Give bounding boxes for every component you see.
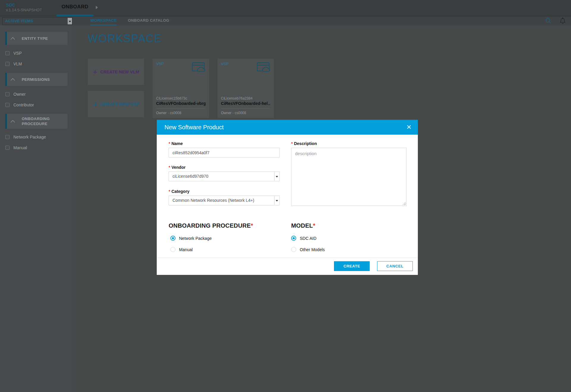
radio-label: SDC AID [300, 236, 316, 241]
category-select[interactable]: Common Network Resources (Network L4+) [169, 196, 280, 205]
card-name: CiResVFOnboarded-vbrg… [156, 101, 206, 106]
card-divider [221, 108, 270, 109]
app-version: v.1.14.5-SNAPSHOT [6, 8, 42, 12]
app-logo: SDC v.1.14.5-SNAPSHOT [6, 2, 42, 12]
filter-item-network-package[interactable]: Network Package [5, 135, 73, 139]
card-info: CiLicenseb76a2384 CiResVFOnboarded-hel… … [221, 96, 270, 115]
select-arrow-icon [274, 172, 279, 181]
checkbox[interactable] [5, 62, 10, 66]
filter-item-label: Manual [13, 145, 27, 150]
radio-sdc-aid[interactable]: SDC AID [291, 236, 316, 241]
radio-button-selected[interactable] [170, 236, 175, 241]
checkbox[interactable] [5, 51, 10, 55]
create-new-vsp-label: CREATE NEW VSP [101, 102, 139, 107]
modal-header: New Software Product ✕ [157, 120, 418, 135]
modal-title: New Software Product [164, 124, 224, 131]
card-divider [156, 108, 206, 109]
workspace-grid: + CREATE NEW VLM + CREATE NEW VSP VSP Ci… [88, 59, 274, 118]
description-textarea[interactable]: description [291, 148, 407, 206]
filter-item-label: Contributor [13, 103, 34, 107]
description-label: *Description [291, 141, 317, 146]
filters-sidebar: ENTITY TYPE VSP VLM PERMISSIONS Owner Co… [0, 25, 73, 392]
radio-other-models[interactable]: Other Models [291, 247, 325, 252]
required-marker: * [169, 141, 170, 146]
tab-onboard-catalog[interactable]: ONBOARD CATALOG [128, 17, 169, 26]
filter-item-label: VLM [13, 62, 22, 66]
section-label: ENTITY TYPE [22, 36, 48, 41]
tab-onboard-label: ONBOARD [57, 0, 93, 14]
radio-network-package[interactable]: Network Package [170, 236, 212, 241]
filter-item-manual[interactable]: Manual [5, 145, 73, 150]
select-arrow-icon [274, 196, 279, 205]
onboarding-procedure-heading: ONBOARDING PROCEDURE* [169, 222, 253, 229]
radio-button-selected[interactable] [291, 236, 296, 241]
vsp-card[interactable]: VSP CiLicenseb76a2384 CiResVFOnboarded-h… [217, 59, 274, 118]
section-permissions[interactable]: PERMISSIONS [5, 73, 68, 86]
category-select-value: Common Network Resources (Network L4+) [172, 198, 254, 203]
radio-manual[interactable]: Manual [170, 247, 193, 252]
checkbox[interactable] [5, 146, 10, 150]
card-info: CiLicensec15b673c CiResVFOnboarded-vbrg…… [156, 96, 206, 115]
card-owner: Owner - cs0008 [156, 111, 206, 115]
radio-button[interactable] [291, 247, 296, 252]
vendor-label: *Vendor [169, 165, 186, 170]
name-label: *Name [169, 141, 183, 146]
create-new-vlm-button[interactable]: + CREATE NEW VLM [88, 59, 144, 85]
active-items-label: ACTIVE ITEMS [5, 19, 33, 23]
plus-icon: + [93, 101, 98, 107]
nav-expand-arrow-icon[interactable] [96, 6, 98, 9]
name-input[interactable] [169, 148, 280, 158]
chevron-up-icon [10, 120, 15, 123]
required-marker: * [251, 222, 253, 229]
description-placeholder: description [295, 151, 317, 156]
modal-footer: CREATE CANCEL [157, 257, 418, 275]
required-marker: * [169, 165, 170, 170]
category-label: *Category [169, 189, 189, 194]
section-label: PERMISSIONS [22, 77, 50, 82]
required-marker: * [313, 222, 315, 229]
create-new-vlm-label: CREATE NEW VLM [100, 70, 139, 74]
filter-item-label: VSP [13, 51, 22, 56]
card-name: CiResVFOnboarded-hel… [221, 101, 270, 106]
radio-label: Other Models [300, 247, 325, 252]
card-vendor: CiLicenseb76a2384 [221, 96, 270, 101]
card-owner: Owner - cs0008 [221, 111, 270, 115]
radio-label: Manual [179, 247, 193, 252]
vsp-card[interactable]: VSP CiLicensec15b673c CiResVFOnboarded-v… [153, 59, 209, 118]
section-entity-type[interactable]: ENTITY TYPE [5, 32, 68, 45]
vsp-cloud-icon [257, 62, 270, 73]
chevron-up-icon [10, 37, 15, 40]
tab-workspace[interactable]: WORKSPACE [90, 17, 117, 26]
filter-item-label: Network Package [13, 135, 46, 139]
tab-onboard[interactable]: ONBOARD [57, 0, 93, 16]
filter-item-contributor[interactable]: Contributor [5, 103, 73, 107]
filter-item-vlm[interactable]: VLM [5, 62, 73, 66]
plus-icon: + [93, 69, 97, 75]
required-marker: * [291, 141, 293, 146]
card-vendor: CiLicensec15b673c [156, 96, 206, 101]
close-icon[interactable]: ✕ [405, 123, 413, 131]
filter-item-owner[interactable]: Owner [5, 92, 73, 97]
vendor-select-value: ciLicense6d97d970 [172, 174, 208, 179]
create-new-vsp-button[interactable]: + CREATE NEW VSP [88, 91, 144, 117]
active-items-select[interactable]: ACTIVE ITEMS [2, 17, 73, 25]
checkbox[interactable] [5, 135, 10, 139]
app-name: SDC [6, 2, 42, 8]
create-button[interactable]: CREATE [334, 261, 370, 271]
select-arrow-icon [68, 18, 72, 24]
radio-label: Network Package [179, 236, 212, 241]
section-onboarding-procedure[interactable]: ONBOARDING PROCEDURE [5, 114, 68, 129]
model-heading: MODEL* [291, 222, 315, 229]
checkbox[interactable] [5, 103, 10, 107]
app-header: SDC v.1.14.5-SNAPSHOT ONBOARD [0, 0, 571, 16]
vendor-select[interactable]: ciLicense6d97d970 [169, 171, 280, 181]
page-title: WORKSPACE [88, 32, 162, 45]
cancel-button[interactable]: CANCEL [377, 261, 413, 271]
notifications-bell-icon[interactable] [560, 18, 566, 24]
search-icon[interactable] [545, 18, 551, 24]
section-label: ONBOARDING PROCEDURE [22, 116, 57, 126]
filter-item-vsp[interactable]: VSP [5, 51, 73, 56]
radio-button[interactable] [170, 247, 175, 252]
checkbox[interactable] [5, 92, 10, 96]
new-software-product-modal: New Software Product ✕ *Name *Vendor ciL… [157, 120, 418, 275]
